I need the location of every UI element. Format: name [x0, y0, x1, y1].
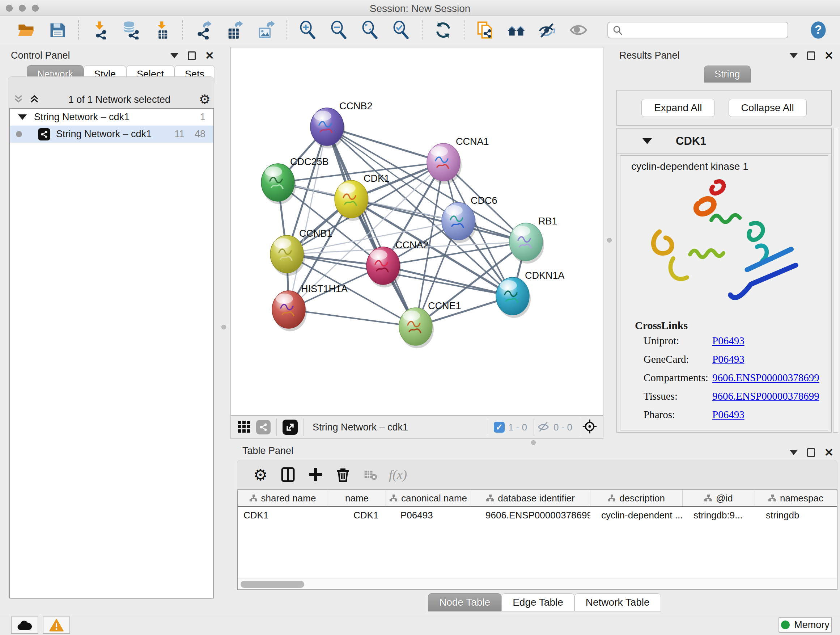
table-panel-close-icon[interactable]: ✕ [824, 448, 834, 457]
selected-count: 1 - 0 [508, 422, 527, 433]
save-session-icon[interactable] [48, 21, 67, 40]
hidden-count-eye-icon[interactable] [537, 420, 550, 434]
refresh-icon[interactable] [434, 21, 453, 40]
column-header[interactable]: canonical name [386, 490, 471, 506]
expand-all-networks-icon[interactable] [29, 93, 40, 106]
node-label: CCNB2 [339, 101, 373, 111]
network-edge[interactable] [351, 199, 526, 242]
zoom-out-icon[interactable] [330, 21, 348, 40]
network-node-ccnb2[interactable]: CCNB2 [310, 101, 373, 149]
copy-network-icon[interactable] [476, 21, 494, 40]
network-edge[interactable] [327, 127, 416, 326]
export-network-icon[interactable] [194, 21, 213, 40]
results-panel-float-icon[interactable] [807, 51, 815, 60]
current-network-name: String Network – cdk1 [313, 422, 408, 433]
column-header[interactable]: namespac [755, 490, 837, 506]
search-input[interactable] [607, 22, 788, 38]
tab-string[interactable]: String [704, 65, 751, 82]
network-row[interactable]: String Network – cdk1 11 48 [10, 126, 213, 143]
network-node-cdk1[interactable]: CDK1 [335, 173, 390, 221]
import-network-from-database-icon[interactable] [121, 21, 140, 40]
zoom-in-icon[interactable] [298, 21, 317, 40]
network-type-toggle-icon[interactable] [256, 420, 271, 434]
memory-button[interactable]: Memory [778, 617, 832, 633]
collection-expand-icon[interactable] [18, 114, 27, 120]
help-icon[interactable]: ? [809, 21, 828, 40]
cloud-status-button[interactable] [11, 616, 38, 634]
table-row[interactable]: CDK1 CDK1 P06493 9606.ENSP00000378699 cy… [238, 507, 837, 524]
scrollbar-thumb[interactable] [240, 581, 304, 588]
network-collection-row[interactable]: String Network – cdk1 1 [10, 109, 213, 126]
export-table-icon[interactable] [225, 21, 244, 40]
selected-count-checkbox-icon[interactable]: ✓ [494, 422, 505, 432]
column-header[interactable]: @id [683, 490, 755, 506]
network-node-rb1[interactable]: RB1 [509, 216, 557, 264]
network-node-ccna1[interactable]: CCNA1 [427, 136, 489, 184]
crosslink-row: Tissues: 9606.ENSP00000378699 [621, 387, 828, 405]
results-panel-close-icon[interactable]: ✕ [824, 51, 834, 60]
tab-edge-table[interactable]: Edge Table [501, 593, 575, 611]
first-neighbors-icon[interactable] [507, 21, 526, 40]
crosslink-link[interactable]: 9606.ENSP00000378699 [712, 372, 819, 384]
control-panel-menu-icon[interactable] [171, 53, 178, 58]
horizontal-splitter-handle[interactable] [531, 440, 536, 445]
table-horizontal-scrollbar[interactable] [238, 578, 837, 589]
network-node-hist1h1a[interactable]: HIST1H1A [272, 283, 347, 331]
zoom-fit-icon[interactable] [361, 21, 379, 40]
show-columns-icon[interactable] [278, 464, 298, 485]
delete-column-icon[interactable] [333, 464, 353, 485]
delete-table-icon[interactable] [360, 464, 381, 485]
network-graph[interactable]: CCNB2CCNA1CDC25BCDK1CDC6RB1CCNB1CCNA2CDK… [231, 48, 603, 415]
birds-eye-crosshair-icon[interactable] [582, 419, 597, 435]
hide-selected-icon[interactable] [538, 21, 557, 40]
crosslink-link[interactable]: P06493 [712, 335, 745, 347]
network-node-cdc25b[interactable]: CDC25B [261, 157, 329, 204]
network-edge[interactable] [289, 310, 416, 326]
protein-structure-image [634, 174, 815, 319]
tab-network-table[interactable]: Network Table [575, 593, 661, 611]
collapse-all-button[interactable]: Collapse All [729, 99, 807, 117]
network-edge-count: 48 [195, 128, 205, 140]
gene-description: cyclin-dependent kinase 1 [621, 156, 828, 172]
table-options-gear-icon[interactable]: ⚙ [250, 464, 271, 485]
network-options-gear-icon[interactable]: ⚙ [199, 92, 210, 107]
application-window: Session: New Session [0, 0, 840, 635]
results-scrollbar[interactable] [833, 128, 838, 432]
right-splitter-handle[interactable] [607, 238, 612, 242]
warning-button[interactable] [43, 616, 70, 634]
import-table-icon[interactable] [152, 21, 171, 40]
control-panel-title: Control Panel [11, 50, 70, 61]
gene-collapse-icon[interactable] [643, 138, 652, 144]
function-builder-icon[interactable]: f(x) [388, 464, 408, 485]
crosslink-link[interactable]: P06493 [712, 409, 745, 421]
add-column-icon[interactable] [305, 464, 325, 485]
expand-all-button[interactable]: Expand All [641, 99, 714, 117]
control-panel-float-icon[interactable] [188, 51, 196, 60]
show-all-icon[interactable] [569, 21, 588, 40]
crosslink-link[interactable]: 9606.ENSP00000378699 [712, 390, 819, 402]
left-splitter-handle[interactable] [221, 325, 226, 329]
network-node-ccne1[interactable]: CCNE1 [399, 301, 461, 348]
column-header[interactable]: shared name [238, 490, 328, 506]
network-view[interactable]: CCNB2CCNA1CDC25BCDK1CDC6RB1CCNB1CCNA2CDK… [231, 47, 603, 416]
zoom-selected-icon[interactable] [392, 21, 411, 40]
grid-view-icon[interactable] [237, 420, 250, 434]
crosslink-link[interactable]: P06493 [712, 353, 745, 365]
network-node-cdc6[interactable]: CDC6 [442, 195, 497, 243]
table-tabs: Node Table Edge Table Network Table [428, 593, 661, 611]
table-panel-float-icon[interactable] [807, 448, 815, 457]
control-panel-close-icon[interactable]: ✕ [205, 51, 214, 60]
results-panel-menu-icon[interactable] [790, 53, 798, 58]
export-image-icon[interactable] [256, 21, 275, 40]
network-edge[interactable] [289, 127, 327, 310]
network-node-cdkn1a[interactable]: CDKN1A [496, 270, 565, 318]
open-in-new-window-icon[interactable] [283, 420, 298, 435]
column-header[interactable]: name [328, 490, 386, 506]
open-session-icon[interactable] [17, 21, 36, 40]
collapse-all-networks-icon[interactable] [13, 93, 24, 106]
import-network-icon[interactable] [90, 21, 109, 40]
column-header[interactable]: description [591, 490, 683, 506]
table-panel-menu-icon[interactable] [790, 450, 798, 455]
column-header[interactable]: database identifier [471, 490, 591, 506]
tab-node-table[interactable]: Node Table [428, 593, 501, 611]
